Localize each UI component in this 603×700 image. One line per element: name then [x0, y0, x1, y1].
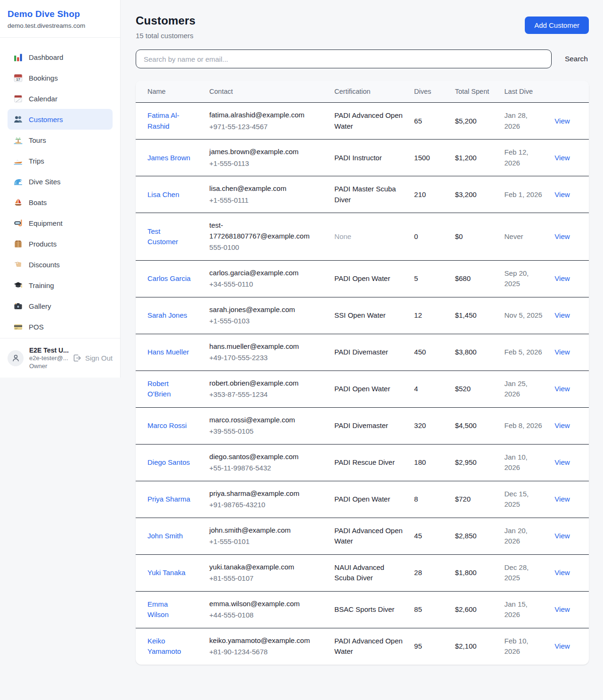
customer-certification: PADI Advanced Open Water — [329, 103, 408, 140]
customer-total-spent: $5,200 — [449, 103, 499, 140]
view-customer-link[interactable]: View — [554, 568, 570, 576]
sign-out-button[interactable]: Sign Out — [73, 354, 113, 363]
customer-name-link[interactable]: Carlos Garcia — [147, 273, 191, 284]
diving-mask-icon — [13, 218, 23, 228]
customer-name-link[interactable]: Sarah Jones — [147, 310, 187, 321]
customer-name-link[interactable]: Test Customer — [147, 226, 191, 247]
sidebar-item-calendar[interactable]: Calendar — [8, 88, 113, 109]
speedboat-icon — [13, 156, 23, 165]
sidebar-item-trips[interactable]: Trips — [8, 150, 113, 171]
camera-icon — [13, 301, 23, 311]
customer-name-link[interactable]: Diego Santos — [147, 457, 190, 468]
customer-phone: +81-555-0107 — [209, 573, 323, 584]
customer-row: Priya Sharma priya.sharma@example.com +9… — [136, 481, 589, 518]
view-customer-link[interactable]: View — [554, 532, 570, 540]
view-customer-link[interactable]: View — [554, 348, 570, 356]
svg-text:17: 17 — [16, 77, 20, 81]
sidebar-item-equipment[interactable]: Equipment — [8, 213, 113, 233]
customer-dives: 210 — [408, 176, 449, 213]
view-customer-link[interactable]: View — [554, 605, 570, 613]
view-customer-link[interactable]: View — [554, 311, 570, 319]
customer-last-dive: Nov 5, 2025 — [499, 297, 549, 334]
sidebar-item-products[interactable]: Products — [8, 233, 113, 254]
search-button[interactable]: Search — [564, 53, 589, 65]
column-header-actions — [549, 81, 589, 103]
view-customer-link[interactable]: View — [554, 232, 570, 240]
view-customer-link[interactable]: View — [554, 385, 570, 393]
customer-phone: +1-555-0113 — [209, 158, 323, 169]
view-customer-link[interactable]: View — [554, 190, 570, 198]
customer-phone: 555-0100 — [209, 242, 323, 253]
column-header-dives: Dives — [408, 81, 449, 103]
column-header-contact: Contact — [204, 81, 329, 103]
customer-name-link[interactable]: John Smith — [147, 531, 183, 542]
customer-name-link[interactable]: Emma Wilson — [147, 599, 191, 620]
customer-last-dive: Feb 10, 2026 — [499, 628, 549, 665]
customer-last-dive: Feb 8, 2026 — [499, 407, 549, 444]
sidebar-item-bookings[interactable]: 17 Bookings — [8, 67, 113, 88]
customer-row: John Smith john.smith@example.com +1-555… — [136, 518, 589, 554]
customer-name-link[interactable]: Robert O'Brien — [147, 379, 191, 400]
customer-row: Marco Rossi marco.rossi@example.com +39-… — [136, 407, 589, 444]
customer-total-spent: $3,200 — [449, 176, 499, 213]
sidebar-header: Demo Dive Shop demo.test.divestreams.com — [0, 0, 120, 38]
view-customer-link[interactable]: View — [554, 642, 570, 650]
view-customer-link[interactable]: View — [554, 154, 570, 162]
sign-out-icon — [73, 354, 82, 363]
customer-last-dive: Jan 15, 2026 — [499, 591, 549, 628]
customer-row: Test Customer test-1772681807767@example… — [136, 213, 589, 261]
customer-certification: NAUI Advanced Scuba Diver — [329, 554, 408, 591]
customer-phone: +34-555-0110 — [209, 279, 323, 290]
shop-domain: demo.test.divestreams.com — [8, 22, 113, 29]
credit-card-icon — [13, 322, 23, 331]
sidebar-item-tours[interactable]: Tours — [8, 130, 113, 150]
search-bar: Search — [136, 49, 589, 68]
customer-name-link[interactable]: Fatima Al-Rashid — [147, 110, 191, 132]
customer-total-spent: $2,950 — [449, 444, 499, 481]
customer-certification: PADI Divemaster — [329, 334, 408, 371]
sidebar-item-pos[interactable]: POS — [8, 316, 113, 337]
sidebar-item-training[interactable]: Training — [8, 275, 113, 296]
customer-total-spent: $720 — [449, 481, 499, 518]
customer-name-link[interactable]: Yuki Tanaka — [147, 568, 186, 578]
customer-last-dive: Sep 20, 2025 — [499, 260, 549, 297]
customer-row: Fatima Al-Rashid fatima.alrashid@example… — [136, 103, 589, 140]
customer-phone: +1-555-0103 — [209, 316, 323, 327]
add-customer-button[interactable]: Add Customer — [525, 16, 589, 34]
customer-name-link[interactable]: Lisa Chen — [147, 189, 179, 200]
customer-name-link[interactable]: Marco Rossi — [147, 420, 187, 431]
customer-phone: +44-555-0108 — [209, 610, 323, 621]
customer-certification: PADI Rescue Diver — [329, 444, 408, 481]
customer-row: Diego Santos diego.santos@example.com +5… — [136, 444, 589, 481]
table-header-row: Name Contact Certification Dives Total S… — [136, 81, 589, 103]
search-input[interactable] — [136, 49, 552, 68]
view-customer-link[interactable]: View — [554, 495, 570, 503]
customer-phone: +49-170-555-2233 — [209, 353, 323, 363]
customer-dives: 28 — [408, 554, 449, 591]
view-customer-link[interactable]: View — [554, 421, 570, 429]
view-customer-link[interactable]: View — [554, 458, 570, 466]
customer-name-link[interactable]: James Brown — [147, 153, 190, 164]
customer-email: emma.wilson@example.com — [209, 599, 323, 609]
sidebar-item-gallery[interactable]: Gallery — [8, 296, 113, 316]
user-info: E2E Test U... e2e-tester@... Owner — [29, 346, 67, 371]
sidebar-item-dive-sites[interactable]: Dive Sites — [8, 171, 113, 192]
sidebar-item-discounts[interactable]: Discounts — [8, 254, 113, 275]
customer-name-link[interactable]: Priya Sharma — [147, 494, 190, 505]
customer-last-dive: Dec 15, 2025 — [499, 481, 549, 518]
sidebar-item-customers[interactable]: Customers — [8, 109, 113, 130]
sidebar-item-dashboard[interactable]: Dashboard — [8, 47, 113, 67]
view-customer-link[interactable]: View — [554, 274, 570, 282]
customer-name-link[interactable]: Keiko Yamamoto — [147, 636, 191, 657]
customer-last-dive: Dec 28, 2025 — [499, 554, 549, 591]
customer-total-spent: $520 — [449, 371, 499, 407]
sidebar-item-boats[interactable]: Boats — [8, 192, 113, 213]
customer-total-spent: $1,200 — [449, 140, 499, 176]
customer-last-dive: Feb 12, 2026 — [499, 140, 549, 176]
customer-name-link[interactable]: Hans Mueller — [147, 347, 189, 358]
customer-dives: 95 — [408, 628, 449, 665]
customer-dives: 5 — [408, 260, 449, 297]
tear-calendar-icon — [13, 94, 23, 103]
view-customer-link[interactable]: View — [554, 117, 570, 125]
customer-dives: 180 — [408, 444, 449, 481]
